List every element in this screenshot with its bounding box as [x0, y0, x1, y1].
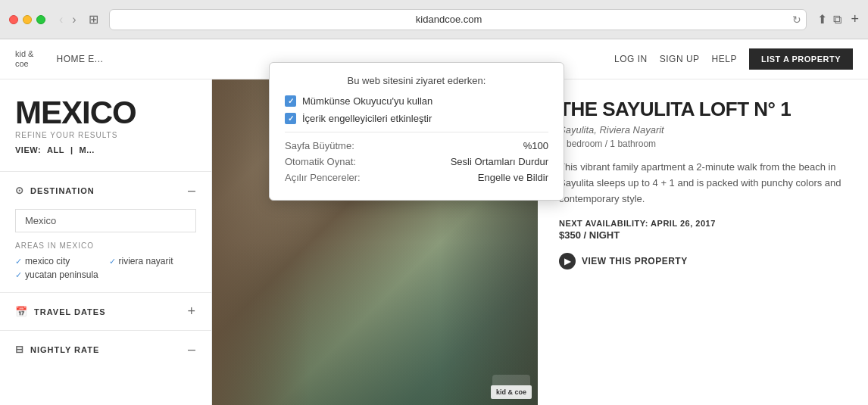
browser-chrome: ‹ › ⊞ kidandcoe.com ↻ ⬆ ⧉ + — [0, 0, 868, 39]
popup-checkbox-1[interactable] — [285, 95, 296, 107]
forward-button[interactable]: › — [69, 11, 79, 28]
popup-row-popups: Açılır Pencereler: Engelle ve Bildir — [285, 172, 548, 183]
popup-autoplay-label: Otomatik Oynat: — [285, 156, 356, 167]
popup-title: Bu web sitesini ziyaret ederken: — [285, 75, 548, 86]
popup-popups-value[interactable]: Engelle ve Bildir — [478, 172, 548, 183]
page-content: kid & coe HOME E... LOG IN SIGN UP HELP … — [0, 39, 868, 405]
traffic-lights — [9, 15, 45, 24]
popup-checkbox-row-1[interactable]: Mümkünse Okuyucu'yu kullan — [285, 95, 548, 107]
popup-checkbox-label-2: İçerik engelleyicileri etkinleştir — [302, 113, 432, 124]
maximize-button[interactable] — [36, 15, 45, 24]
close-button[interactable] — [9, 15, 18, 24]
popup-row-zoom: Sayfa Büyütme: %100 — [285, 140, 548, 151]
popup-overlay: Bu web sitesini ziyaret ederken: Mümküns… — [0, 39, 868, 405]
popup-divider — [285, 132, 548, 132]
popup-zoom-value[interactable]: %100 — [523, 140, 548, 151]
reload-button[interactable]: ↻ — [788, 14, 806, 26]
popup-checkbox-label-1: Mümkünse Okuyucu'yu kullan — [302, 95, 432, 107]
popup-autoplay-value[interactable]: Sesli Ortamları Durdur — [451, 156, 548, 167]
new-tab-button[interactable]: + — [851, 11, 859, 27]
nav-arrows: ‹ › — [56, 11, 80, 28]
popup-checkbox-row-2[interactable]: İçerik engelleyicileri etkinleştir — [285, 113, 548, 124]
popup-checkbox-2[interactable] — [285, 113, 296, 124]
minimize-button[interactable] — [23, 15, 32, 24]
sidebar-toggle-button[interactable]: ⊞ — [89, 12, 98, 26]
tabs-button[interactable]: ⧉ — [833, 12, 841, 26]
address-bar[interactable]: kidandcoe.com ↻ — [109, 9, 807, 30]
popup-zoom-label: Sayfa Büyütme: — [285, 140, 354, 151]
share-button[interactable]: ⬆ — [817, 12, 827, 26]
popup-box: Bu web sitesini ziyaret ederken: Mümküns… — [269, 62, 564, 201]
url-text: kidandcoe.com — [110, 14, 788, 25]
popup-popups-label: Açılır Pencereler: — [285, 172, 361, 183]
browser-actions: ⬆ ⧉ — [817, 12, 841, 26]
back-button[interactable]: ‹ — [56, 11, 66, 28]
popup-row-autoplay: Otomatik Oynat: Sesli Ortamları Durdur — [285, 156, 548, 167]
